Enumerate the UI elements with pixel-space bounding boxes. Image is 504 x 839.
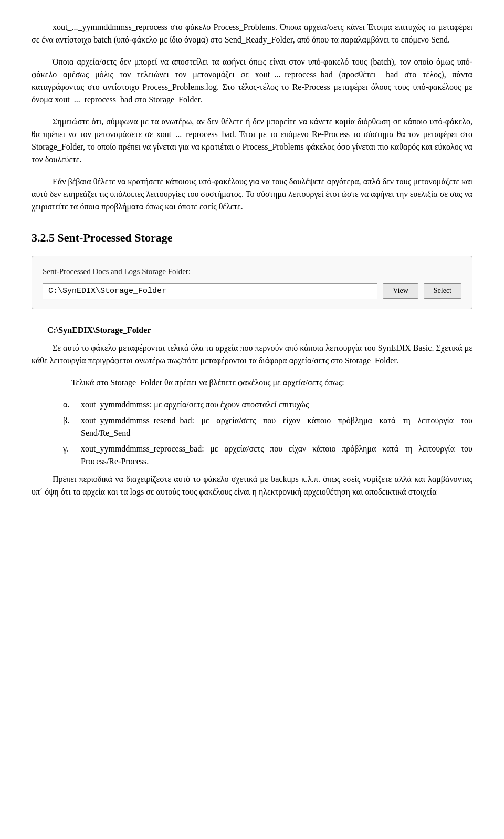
bullet-gamma: γ. xyxy=(63,443,74,468)
list-intro-indent xyxy=(52,378,69,387)
list-intro-text: Τελικά στο Storage_Folder θα πρέπει να β… xyxy=(32,376,472,389)
storage-folder-input[interactable] xyxy=(43,283,377,299)
bullet-beta: β. xyxy=(63,414,74,439)
view-button[interactable]: View xyxy=(383,283,418,299)
storage-folder-label: Sent-Processed Docs and Logs Storage Fol… xyxy=(43,266,461,278)
section-heading: 3.2.5 Sent-Processed Storage xyxy=(32,229,472,246)
folder-list: α. xout_yymmddmmss: με αρχεία/σετς που έ… xyxy=(63,398,472,468)
final-paragraph: Πρέπει περιοδικά να διαχειρίζεστε αυτό τ… xyxy=(32,473,472,498)
paragraph-1: xout_..._yymmddmmss_reprocess στο φάκελο… xyxy=(32,21,472,46)
para-3-text: Σημειώστε ότι, σύμφωνα με τα ανωτέρω, αν… xyxy=(32,116,472,166)
list-item-alpha-text: xout_yymmddmmss: με αρχεία/σετς που έχου… xyxy=(81,398,472,411)
section-number: 3.2.5 xyxy=(32,231,55,244)
bullet-alpha: α. xyxy=(63,398,74,411)
section-title: Sent-Processed Storage xyxy=(58,231,173,244)
list-item-beta-text: xout_yymmddmmss_resend_bad: με αρχεία/σε… xyxy=(81,414,472,439)
folder-path-display: C:\SynEDIX\Storage_Folder xyxy=(47,324,472,337)
paragraph-4: Εάν βέβαια θέλετε να κρατήσετε κάποιους … xyxy=(32,175,472,213)
list-item-gamma-text: xout_yymmddmmss_reprocess_bad: με αρχεία… xyxy=(81,443,472,468)
list-item-gamma: γ. xout_yymmddmmss_reprocess_bad: με αρχ… xyxy=(63,443,472,468)
post-para-1-text: Σε αυτό το φάκελο μεταφέρονται τελικά όλ… xyxy=(32,342,472,367)
para-1-text: xout_..._yymmddmmss_reprocess στο φάκελο… xyxy=(32,21,472,46)
list-item-alpha: α. xout_yymmddmmss: με αρχεία/σετς που έ… xyxy=(63,398,472,411)
storage-folder-box: Sent-Processed Docs and Logs Storage Fol… xyxy=(32,256,472,309)
paragraph-2: Όποια αρχεία/σετς δεν μπορεί να αποστείλ… xyxy=(32,56,472,106)
para-2-text: Όποια αρχεία/σετς δεν μπορεί να αποστείλ… xyxy=(32,56,472,106)
para-4-text: Εάν βέβαια θέλετε να κρατήσετε κάποιους … xyxy=(32,175,472,213)
final-para-text: Πρέπει περιοδικά να διαχειρίζεστε αυτό τ… xyxy=(32,473,472,498)
list-intro-block: Τελικά στο Storage_Folder θα πρέπει να β… xyxy=(32,376,472,389)
paragraph-3: Σημειώστε ότι, σύμφωνα με τα ανωτέρω, αν… xyxy=(32,116,472,166)
select-button[interactable]: Select xyxy=(424,283,461,299)
list-item-beta: β. xout_yymmddmmss_resend_bad: με αρχεία… xyxy=(63,414,472,439)
storage-folder-row: View Select xyxy=(43,283,461,299)
post-paragraph-1: Σε αυτό το φάκελο μεταφέρονται τελικά όλ… xyxy=(32,342,472,367)
